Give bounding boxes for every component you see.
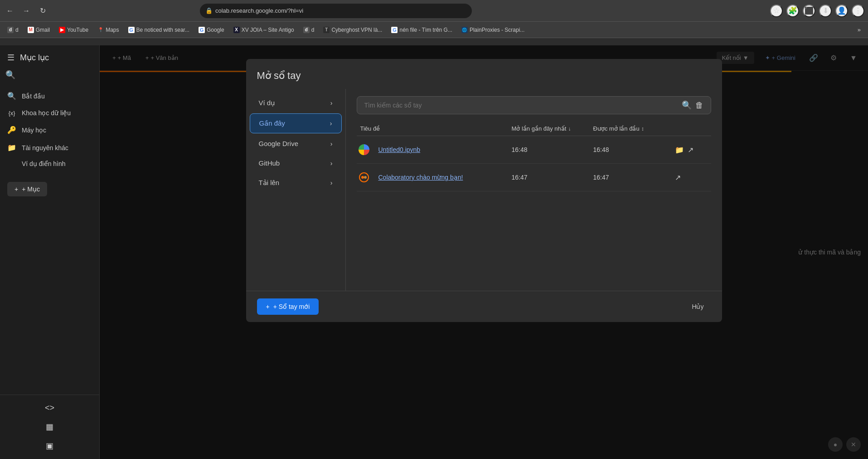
notebook-title-col: Colaboratory chào mừng bạn! [371,174,512,181]
modal-overlay: Mở sổ tay Ví dụ › Gần đây › Googl [100,45,868,459]
chevron-right-icon: › [330,179,333,186]
bookmark-d1[interactable]: d d [4,25,22,35]
drive-icon[interactable]: 📁 [675,146,684,154]
bookmark-gmail[interactable]: M Gmail [24,25,53,35]
bookmark-label: Cyberghost VPN là... [331,27,382,33]
sidebar-bottom: <> ▦ ▣ [0,395,99,459]
menu-button[interactable]: ⋮ [852,5,864,17]
external-link-icon[interactable]: ↗ [688,146,693,154]
address-bar[interactable]: 🔒 colab.research.google.com/?hl=vi [200,4,472,18]
sidebar-item-label: Bắt đầu [22,93,45,100]
reload-button[interactable]: ↻ [36,5,49,17]
sidebar-sub-label: Ví dụ điển hình [22,160,66,167]
modal-item-github[interactable]: GitHub › [250,154,342,172]
search-icon[interactable]: 🔍 [5,70,15,79]
bookmark-youtube[interactable]: ▶ YouTube [55,25,92,35]
hamburger-icon[interactable]: ☰ [7,53,15,63]
modal-body: Ví dụ › Gần đây › Google Drive › GitHu [246,89,722,291]
bookmark-be-noticed[interactable]: G Be noticed with sear... [125,25,193,35]
modal-item-label: Gần đây [259,119,285,127]
bookmark-favicon: 📍 [97,27,104,33]
modal-left-panel: Ví dụ › Gần đây › Google Drive › GitHu [246,89,346,291]
bookmark-d2[interactable]: d d [300,25,318,35]
bookmark-google[interactable]: G Google [195,25,228,35]
modal-item-recent[interactable]: Gần đây › [250,113,342,133]
modal-right-panel: 🔍 🗑 Tiêu đề Mở lần gần đây nhất ↓ [346,89,722,291]
row-first-time: 16:47 [593,174,675,181]
svg-point-1 [361,176,364,179]
sidebar-item-start[interactable]: 🔍 Bắt đầu [0,87,99,105]
sidebar-nav: 🔍 Bắt đầu {x} Khoa học dữ liệu 🔑 Máy học… [0,83,99,175]
sidebar-item-label: Tài nguyên khác [22,144,68,151]
chevron-right-icon: › [330,160,333,167]
ml-icon: 🔑 [7,126,16,134]
bookmark-maps[interactable]: 📍 Maps [94,25,122,35]
sidebar-search[interactable]: 🔍 [0,66,99,83]
col-recent-label: Mở lần gần đây nhất [512,125,567,132]
sidebar-item-resources[interactable]: 📁 Tài nguyên khác [0,139,99,156]
plus-icon: + [266,303,270,310]
browser-right-icons: ☆ 🧩 ⬛ ⬇ 👤 ⋮ [770,5,864,17]
modal-title: Mở sổ tay [246,59,722,89]
sidebar-item-label: Máy học [22,127,46,134]
sidebar-item-data-science[interactable]: {x} Khoa học dữ liệu [0,105,99,121]
bookmark-xv[interactable]: X XV JOIA – Site Antigo [230,25,298,35]
search-icon[interactable]: 🔍 [682,100,692,110]
table-icon[interactable]: ▦ [0,417,99,436]
modal-item-label: GitHub [259,159,280,167]
sidebar-item-ml[interactable]: 🔑 Máy học [0,121,99,139]
bookmark-plain[interactable]: 🌐 PlainProxies - Scrapi... [458,25,528,35]
bookmark-favicon: 🌐 [461,27,468,33]
browser-toolbar: ← → ↻ 🔒 colab.research.google.com/?hl=vi… [0,0,868,22]
new-notebook-button[interactable]: + + Sổ tay mới [257,298,319,315]
bookmark-tech[interactable]: T Cyberghost VPN là... [320,25,386,35]
sort-down-icon[interactable]: ↓ [568,126,571,132]
bookmarks-more[interactable]: » [854,24,864,35]
table-header: Tiêu đề Mở lần gần đây nhất ↓ Được mở lầ… [357,122,711,136]
delete-icon[interactable]: 🗑 [695,101,703,110]
bookmark-label: Gmail [36,27,50,33]
modal-item-label: Google Drive [259,140,299,147]
modal-item-label: Tải lên [259,179,280,187]
search-input[interactable] [364,102,678,109]
star-button[interactable]: ☆ [770,5,783,17]
notebook-icon [357,142,371,157]
chevron-right-icon: › [330,120,332,127]
row-actions: ↗ [675,173,711,182]
notebook-link[interactable]: Untitled0.ipynb [375,146,421,153]
bookmark-label: nén file - Tìm trên G... [399,27,452,33]
table-row: Colaboratory chào mừng bạn! 16:47 16:47 … [357,164,711,191]
cast-button[interactable]: ⬛ [803,5,815,17]
row-actions: 📁 ↗ [675,146,711,154]
extensions-button[interactable]: 🧩 [786,5,799,17]
sort-updown-icon[interactable]: ↕ [641,126,644,132]
modal-item-upload[interactable]: Tải lên › [250,173,342,192]
bookmark-label: PlainProxies - Scrapi... [470,27,524,33]
modal-item-google-drive[interactable]: Google Drive › [250,134,342,153]
bookmark-label: d [15,27,19,33]
svg-point-2 [364,176,367,179]
bookmark-label: YouTube [67,27,88,33]
bookmark-favicon: ▶ [59,27,65,33]
output-icon[interactable]: ▣ [0,436,99,455]
sidebar-sub-item-examples[interactable]: Ví dụ điển hình [0,156,99,171]
bookmark-compress[interactable]: G nén file - Tìm trên G... [388,25,456,35]
notebook-link[interactable]: Colaboratory chào mừng bạn! [375,174,463,181]
sidebar-header: ☰ Mục lục [0,45,99,66]
back-button[interactable]: ← [4,5,16,17]
external-link-icon[interactable]: ↗ [675,173,681,182]
bookmark-favicon: d [7,27,14,33]
modal-item-examples[interactable]: Ví dụ › [250,93,342,112]
data-science-icon: {x} [7,110,16,117]
cancel-button[interactable]: Hủy [684,299,711,314]
add-section-button[interactable]: + + Mục [7,182,47,196]
colab-color-icon [359,144,369,155]
download-button[interactable]: ⬇ [819,5,832,17]
bookmark-favicon: d [303,27,310,33]
col-first-open-header: Được mở lần đầu ↕ [593,125,675,132]
search-bar: 🔍 🗑 [357,96,711,114]
code-icon[interactable]: <> [0,399,99,417]
profile-button[interactable]: 👤 [835,5,848,17]
bookmark-label: Be noticed with sear... [136,27,189,33]
forward-button[interactable]: → [20,5,33,17]
